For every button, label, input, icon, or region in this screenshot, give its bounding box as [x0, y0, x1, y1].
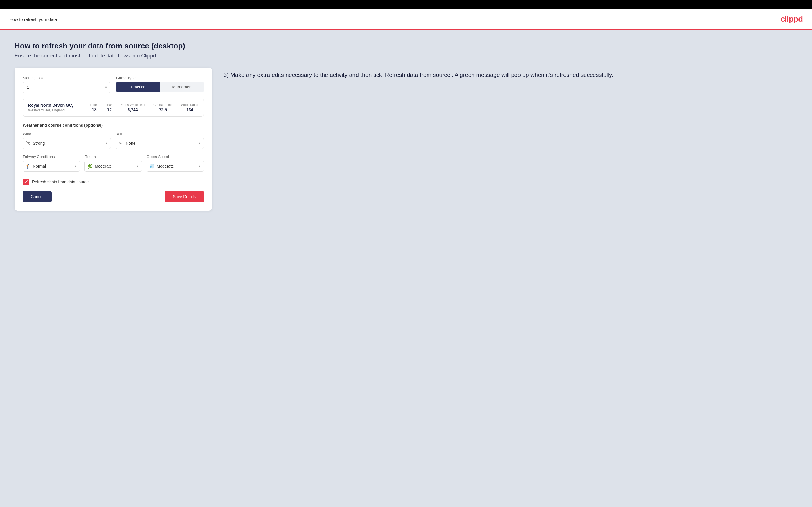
course-info-box: Royal North Devon GC, Westward Ho!, Engl… [22, 99, 204, 117]
course-name-section: Royal North Devon GC, Westward Ho!, Engl… [28, 103, 73, 112]
green-speed-label: Green Speed [147, 155, 204, 159]
fairway-label: Fairway Conditions [22, 155, 80, 159]
btn-row: Cancel Save Details [22, 191, 204, 203]
conditions-label: Weather and course conditions (optional) [22, 123, 204, 128]
tournament-button[interactable]: Tournament [160, 82, 204, 92]
content-area: Starting Hole 1 10 ▾ Game Type Practice … [14, 68, 798, 211]
rain-group: Rain ☀ None Light Heavy ▾ [115, 132, 204, 149]
game-type-toggle: Practice Tournament [116, 82, 204, 92]
breadcrumb: How to refresh your data [9, 17, 57, 22]
rough-label: Rough [85, 155, 142, 159]
course-rating-value: 72.5 [159, 107, 167, 112]
page-subtitle: Ensure the correct and most up to date d… [14, 53, 798, 59]
top-bar [0, 0, 812, 9]
refresh-checkbox-label: Refresh shots from data source [32, 179, 89, 184]
side-description: 3) Make any extra edits necessary to the… [223, 68, 798, 79]
par-value: 72 [107, 107, 112, 112]
yards-value: 6,744 [128, 107, 138, 112]
course-rating-label: Course rating [153, 103, 172, 106]
fairway-group: Fairway Conditions 🏌 Normal Firm Soft ▾ [22, 155, 80, 172]
rough-select-wrapper: 🌿 Moderate Light Heavy ▾ [85, 161, 142, 172]
par-label: Par [107, 103, 112, 106]
side-description-text: 3) Make any extra edits necessary to the… [223, 70, 798, 79]
green-speed-select-wrapper: 💨 Moderate Slow Fast ▾ [147, 161, 204, 172]
conditions-section: Weather and course conditions (optional)… [22, 123, 204, 172]
starting-hole-select[interactable]: 1 10 [22, 82, 110, 93]
starting-hole-group: Starting Hole 1 10 ▾ [22, 76, 110, 93]
yards-label: Yards/White (M)) [121, 103, 145, 106]
refresh-checkbox-row: Refresh shots from data source [22, 179, 204, 185]
par-stat: Par 72 [107, 103, 112, 112]
slope-rating-label: Slope rating [181, 103, 198, 106]
main-content: How to refresh your data from source (de… [0, 30, 812, 507]
refresh-checkbox[interactable] [22, 179, 29, 185]
wind-select[interactable]: Strong Light Moderate None [22, 138, 111, 149]
green-speed-group: Green Speed 💨 Moderate Slow Fast ▾ [147, 155, 204, 172]
slope-rating-value: 134 [186, 107, 193, 112]
green-speed-select[interactable]: Moderate Slow Fast [147, 161, 204, 172]
holes-stat: Holes 18 [90, 103, 98, 112]
rain-label: Rain [115, 132, 204, 136]
form-card: Starting Hole 1 10 ▾ Game Type Practice … [14, 68, 212, 211]
slope-rating-stat: Slope rating 134 [181, 103, 198, 112]
conditions-row-1: Wind 🌬 Strong Light Moderate None ▾ [22, 132, 204, 149]
course-name: Royal North Devon GC, [28, 103, 73, 108]
starting-hole-wrapper: 1 10 ▾ [22, 82, 110, 93]
form-top-row: Starting Hole 1 10 ▾ Game Type Practice … [22, 76, 204, 93]
save-details-button[interactable]: Save Details [165, 191, 204, 203]
wind-select-wrapper: 🌬 Strong Light Moderate None ▾ [22, 138, 111, 149]
game-type-group-wrapper: Game Type Practice Tournament [116, 76, 204, 93]
fairway-select-wrapper: 🏌 Normal Firm Soft ▾ [22, 161, 80, 172]
fairway-select[interactable]: Normal Firm Soft [22, 161, 80, 172]
conditions-row-2: Fairway Conditions 🏌 Normal Firm Soft ▾ [22, 155, 204, 172]
rain-select-wrapper: ☀ None Light Heavy ▾ [115, 138, 204, 149]
starting-hole-label: Starting Hole [22, 76, 110, 80]
holes-label: Holes [90, 103, 98, 106]
logo: clippd [781, 14, 803, 24]
rain-select[interactable]: None Light Heavy [115, 138, 204, 149]
course-location: Westward Ho!, England [28, 108, 73, 112]
course-stats: Holes 18 Par 72 Yards/White (M)) 6,744 C… [90, 103, 198, 112]
header: How to refresh your data clippd [0, 9, 812, 30]
practice-button[interactable]: Practice [116, 82, 160, 92]
wind-group: Wind 🌬 Strong Light Moderate None ▾ [22, 132, 111, 149]
yards-stat: Yards/White (M)) 6,744 [121, 103, 145, 112]
cancel-button[interactable]: Cancel [22, 191, 52, 203]
game-type-label: Game Type [116, 76, 204, 80]
rough-group: Rough 🌿 Moderate Light Heavy ▾ [85, 155, 142, 172]
rough-select[interactable]: Moderate Light Heavy [85, 161, 142, 172]
course-rating-stat: Course rating 72.5 [153, 103, 172, 112]
page-title: How to refresh your data from source (de… [14, 42, 798, 51]
wind-label: Wind [22, 132, 111, 136]
holes-value: 18 [92, 107, 97, 112]
